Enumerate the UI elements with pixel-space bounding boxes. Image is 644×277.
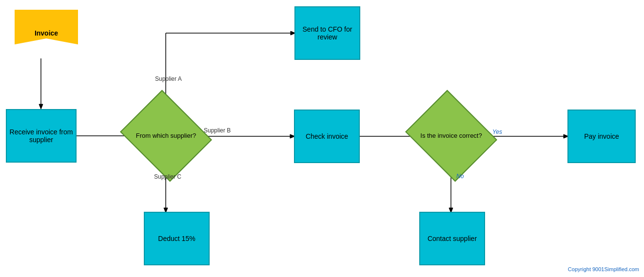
send-to-cfo-node: Send to CFO for review xyxy=(294,6,360,60)
supplier-c-label: Supplier C xyxy=(154,173,181,180)
invoice-node: Invoice xyxy=(15,10,78,56)
from-which-supplier-label: From which supplier? xyxy=(136,132,196,140)
check-invoice-label: Check invoice xyxy=(306,132,348,140)
is-invoice-correct-node: Is the invoice correct? xyxy=(416,106,487,166)
deduct-15-label: Deduct 15% xyxy=(158,235,195,242)
copyright-text: Copyright 9001Simplified.com xyxy=(568,266,639,272)
no-label: No xyxy=(456,173,464,180)
pay-invoice-node: Pay invoice xyxy=(567,110,636,163)
receive-invoice-node: Receive invoice from supplier xyxy=(6,109,77,163)
contact-supplier-node: Contact supplier xyxy=(419,212,485,265)
deduct-15-node: Deduct 15% xyxy=(144,212,210,265)
invoice-label: Invoice xyxy=(35,29,58,37)
yes-label: Yes xyxy=(492,129,502,135)
supplier-a-label: Supplier A xyxy=(155,75,182,82)
receive-invoice-label: Receive invoice from supplier xyxy=(7,128,76,144)
flowchart: Invoice Receive invoice from supplier Fr… xyxy=(0,0,644,277)
contact-supplier-label: Contact supplier xyxy=(428,235,477,242)
is-invoice-correct-label: Is the invoice correct? xyxy=(420,132,482,140)
supplier-b-label: Supplier B xyxy=(204,127,231,134)
check-invoice-node: Check invoice xyxy=(294,110,360,163)
from-which-supplier-node: From which supplier? xyxy=(131,106,201,166)
pay-invoice-label: Pay invoice xyxy=(584,132,619,140)
svg-marker-1 xyxy=(39,104,43,109)
send-to-cfo-label: Send to CFO for review xyxy=(295,25,359,41)
